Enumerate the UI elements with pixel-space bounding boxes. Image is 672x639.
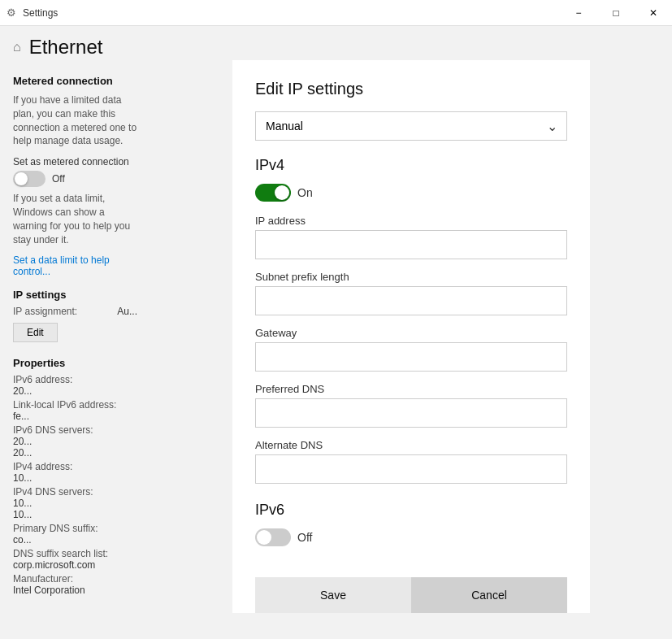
- ip-address-input[interactable]: [255, 230, 567, 259]
- prop-primary-dns-value: co...: [13, 534, 137, 546]
- minimize-button[interactable]: −: [560, 0, 597, 26]
- ipv6-toggle-row: Off: [255, 528, 567, 546]
- ip-address-label: IP address: [255, 215, 567, 227]
- ipv6-section: IPv6 Off: [255, 502, 567, 553]
- prop-link-local-label: Link-local IPv6 address:: [13, 399, 137, 411]
- prop-ipv6-label: IPv6 address:: [13, 374, 137, 385]
- prop-ipv4-dns-value1: 10...: [13, 498, 137, 509]
- prop-primary-dns: Primary DNS suffix: co...: [13, 523, 137, 546]
- edit-ip-modal: Edit IP settings Automatic (DHCP) Manual…: [232, 60, 590, 613]
- title-bar-title: Settings: [23, 7, 58, 19]
- prop-manufacturer-label: Manufacturer:: [13, 573, 137, 585]
- dropdown-wrapper: Automatic (DHCP) Manual: [255, 111, 567, 141]
- sidebar-header: ⌂ Ethernet: [13, 36, 137, 59]
- subnet-input[interactable]: [255, 286, 567, 315]
- ipv4-toggle-row: On: [255, 184, 567, 202]
- metered-heading: Metered connection: [13, 75, 137, 87]
- ip-type-dropdown[interactable]: Automatic (DHCP) Manual: [255, 111, 567, 141]
- sidebar: ⌂ Ethernet Metered connection If you hav…: [0, 26, 150, 639]
- preferred-dns-label: Preferred DNS: [255, 383, 567, 395]
- prop-ipv4-value: 10...: [13, 472, 137, 484]
- sidebar-page-title: Ethernet: [29, 36, 103, 59]
- data-limit-link[interactable]: Set a data limit to help control...: [13, 254, 137, 277]
- prop-ipv6-dns-label: IPv6 DNS servers:: [13, 424, 137, 436]
- ipv6-section-label: IPv6: [255, 502, 567, 519]
- prop-link-local: Link-local IPv6 address: fe...: [13, 399, 137, 422]
- prop-ipv6-value: 20...: [13, 385, 137, 397]
- metered-description: If you have a limited data plan, you can…: [13, 93, 137, 148]
- modal-title: Edit IP settings: [255, 80, 567, 98]
- data-limit-text: If you set a data limit, Windows can sho…: [13, 192, 137, 246]
- metered-toggle-state: Off: [52, 173, 65, 185]
- prop-dns-suffix-value: corp.microsoft.com: [13, 559, 137, 571]
- title-bar-controls: − □ ✕: [560, 0, 672, 26]
- modal-overlay: Edit IP settings Automatic (DHCP) Manual…: [150, 52, 672, 639]
- edit-ip-button[interactable]: Edit: [13, 323, 58, 342]
- gateway-input[interactable]: [255, 342, 567, 372]
- metered-toggle-row: Off: [13, 171, 137, 187]
- prop-link-local-value: fe...: [13, 411, 137, 422]
- prop-ipv4-dns: IPv4 DNS servers: 10... 10...: [13, 486, 137, 520]
- ip-type-dropdown-row: Automatic (DHCP) Manual: [255, 111, 567, 141]
- properties-heading: Properties: [13, 357, 137, 369]
- ipv6-toggle[interactable]: [255, 528, 291, 546]
- ip-assignment-row: IP assignment: Au...: [13, 306, 137, 317]
- title-bar: ⚙ Settings − □ ✕: [0, 0, 672, 26]
- metered-toggle[interactable]: [13, 171, 46, 187]
- ipv4-toggle[interactable]: [255, 184, 291, 202]
- ipv4-toggle-label: On: [297, 186, 313, 199]
- subnet-label: Subnet prefix length: [255, 271, 567, 283]
- app-body: ⌂ Ethernet Metered connection If you hav…: [0, 26, 672, 639]
- modal-footer: Save Cancel: [255, 577, 567, 613]
- settings-icon: ⚙: [7, 7, 16, 19]
- prop-manufacturer: Manufacturer: Intel Corporation: [13, 573, 137, 596]
- home-icon[interactable]: ⌂: [13, 40, 21, 54]
- prop-ipv6-dns-value1: 20...: [13, 436, 137, 447]
- prop-dns-suffix-label: DNS suffix search list:: [13, 548, 137, 559]
- cancel-button[interactable]: Cancel: [411, 577, 567, 613]
- prop-ipv4-label: IPv4 address:: [13, 461, 137, 472]
- ipv4-section-label: IPv4: [255, 157, 567, 174]
- ip-assignment-value: Au...: [117, 306, 137, 317]
- ipv6-toggle-label: Off: [297, 531, 312, 544]
- gateway-label: Gateway: [255, 327, 567, 339]
- title-bar-left: ⚙ Settings: [7, 7, 58, 19]
- preferred-dns-input[interactable]: [255, 398, 567, 428]
- prop-ipv4-dns-value2: 10...: [13, 509, 137, 520]
- prop-ipv6: IPv6 address: 20...: [13, 374, 137, 397]
- prop-ipv6-dns: IPv6 DNS servers: 20... 20...: [13, 424, 137, 459]
- ip-assignment-label: IP assignment:: [13, 306, 77, 317]
- prop-ipv6-dns-value2: 20...: [13, 447, 137, 459]
- prop-primary-dns-label: Primary DNS suffix:: [13, 523, 137, 534]
- save-button[interactable]: Save: [255, 577, 411, 613]
- metered-toggle-label: Set as metered connection: [13, 156, 137, 167]
- prop-dns-suffix: DNS suffix search list: corp.microsoft.c…: [13, 548, 137, 571]
- alternate-dns-label: Alternate DNS: [255, 439, 567, 451]
- maximize-button[interactable]: □: [597, 0, 635, 26]
- close-button[interactable]: ✕: [635, 0, 672, 26]
- prop-manufacturer-value: Intel Corporation: [13, 585, 137, 596]
- prop-ipv4: IPv4 address: 10...: [13, 461, 137, 484]
- alternate-dns-input[interactable]: [255, 454, 567, 484]
- ip-settings-heading: IP settings: [13, 289, 137, 301]
- prop-ipv4-dns-label: IPv4 DNS servers:: [13, 486, 137, 498]
